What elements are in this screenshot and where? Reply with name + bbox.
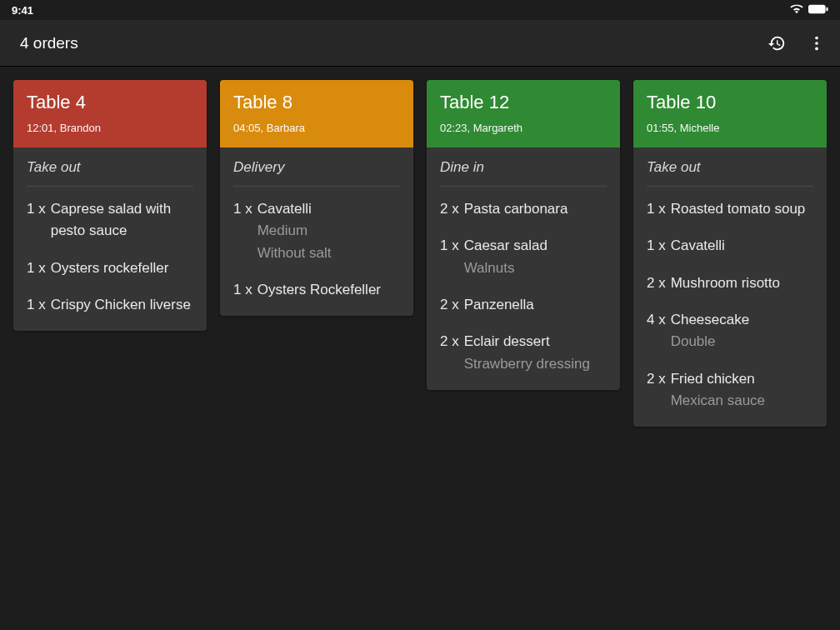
order-item: 1 xCavatelli (647, 235, 813, 257)
item-qty: 1 x (647, 198, 666, 220)
item-text: Panzenella (464, 294, 607, 316)
item-name: Caprese salad with pesto sauce (51, 198, 193, 242)
item-qty: 1 x (27, 198, 46, 242)
svg-point-2 (815, 36, 818, 39)
item-text: Fried chickenMexican sauce (671, 368, 813, 412)
order-card[interactable]: Table 412:01, BrandonTake out1 xCaprese … (13, 80, 207, 331)
order-card-header: Table 1202:23, Margareth (427, 80, 620, 148)
order-type: Take out (27, 159, 193, 187)
item-text: Oysters rockefeller (51, 258, 193, 279)
item-text: Cavatelli (671, 235, 813, 257)
status-bar: 9:41 (0, 0, 840, 20)
wifi-icon (790, 4, 803, 17)
page-title: 4 orders (20, 34, 78, 52)
item-name: Roasted tomato soup (671, 198, 813, 220)
item-text: CheesecakeDouble (671, 309, 813, 353)
item-modifier: Mexican sauce (671, 390, 813, 412)
item-name: Pasta carbonara (464, 198, 607, 220)
item-modifier: Without salt (258, 242, 400, 264)
svg-point-4 (815, 47, 818, 50)
item-name: Cavatelli (258, 198, 400, 220)
order-item: 2 xEclair dessertStrawberry dressing (440, 331, 607, 375)
item-name: Oysters Rockefeller (258, 279, 400, 301)
battery-icon (808, 4, 828, 17)
order-item: 2 xMushroom risotto (647, 272, 813, 294)
item-name: Crispy Chicken liverse (51, 294, 193, 316)
item-text: Pasta carbonara (464, 198, 607, 220)
order-item: 1 xCrispy Chicken liverse (27, 294, 193, 316)
order-card-body: Delivery1 xCavatelliMediumWithout salt1 … (220, 148, 413, 316)
order-item: 1 xCaesar saladWalnuts (440, 235, 607, 279)
table-name: Table 8 (233, 92, 400, 113)
item-modifier: Double (671, 331, 813, 352)
order-item: 4 xCheesecakeDouble (647, 309, 813, 353)
svg-rect-1 (826, 7, 828, 10)
order-type: Delivery (233, 159, 400, 187)
item-text: Oysters Rockefeller (258, 279, 400, 301)
order-item: 2 xFried chickenMexican sauce (647, 368, 813, 412)
svg-point-3 (815, 42, 818, 45)
item-qty: 2 x (440, 331, 459, 375)
item-qty: 2 x (647, 272, 666, 294)
item-name: Cheesecake (671, 309, 813, 331)
item-text: Roasted tomato soup (671, 198, 813, 220)
status-time: 9:41 (12, 4, 33, 17)
item-qty: 2 x (440, 198, 459, 220)
order-item: 2 xPanzenella (440, 294, 607, 316)
order-type: Take out (647, 159, 813, 187)
item-text: Caesar saladWalnuts (464, 235, 607, 279)
order-card-header: Table 1001:55, Michelle (633, 80, 827, 148)
more-button[interactable] (807, 33, 827, 53)
item-qty: 1 x (440, 235, 459, 279)
order-card[interactable]: Table 1202:23, MargarethDine in2 xPasta … (427, 80, 620, 390)
orders-board: Table 412:01, BrandonTake out1 xCaprese … (0, 67, 840, 440)
order-card-body: Take out1 xCaprese salad with pesto sauc… (13, 148, 207, 331)
item-qty: 1 x (647, 235, 666, 257)
order-item: 2 xPasta carbonara (440, 198, 607, 220)
order-item: 1 xCavatelliMediumWithout salt (233, 198, 400, 264)
item-name: Cavatelli (671, 235, 813, 257)
app-bar: 4 orders (0, 20, 840, 67)
item-text: CavatelliMediumWithout salt (258, 198, 400, 264)
item-text: Caprese salad with pesto sauce (51, 198, 193, 242)
item-name: Caesar salad (464, 235, 607, 257)
order-card[interactable]: Table 1001:55, MichelleTake out1 xRoaste… (633, 80, 827, 427)
time-server: 04:05, Barbara (233, 122, 400, 134)
item-qty: 1 x (233, 279, 252, 301)
order-card-body: Take out1 xRoasted tomato soup1 xCavatel… (633, 148, 827, 427)
order-item: 1 xCaprese salad with pesto sauce (27, 198, 193, 242)
order-item: 1 xRoasted tomato soup (647, 198, 813, 220)
item-text: Mushroom risotto (671, 272, 813, 294)
order-card-header: Table 804:05, Barbara (220, 80, 413, 148)
table-name: Table 12 (440, 92, 607, 113)
time-server: 12:01, Brandon (27, 122, 193, 134)
item-text: Crispy Chicken liverse (51, 294, 193, 316)
item-modifier: Strawberry dressing (464, 353, 607, 375)
order-item: 1 xOysters Rockefeller (233, 279, 400, 301)
item-qty: 1 x (27, 258, 46, 279)
order-card-body: Dine in2 xPasta carbonara1 xCaesar salad… (427, 148, 620, 390)
order-type: Dine in (440, 159, 607, 187)
item-qty: 4 x (647, 309, 666, 353)
item-qty: 2 x (440, 294, 459, 316)
order-card-header: Table 412:01, Brandon (13, 80, 207, 148)
history-button[interactable] (767, 33, 787, 53)
item-qty: 2 x (647, 368, 666, 412)
item-name: Panzenella (464, 294, 607, 316)
table-name: Table 4 (27, 92, 193, 113)
svg-rect-0 (808, 4, 826, 12)
time-server: 02:23, Margareth (440, 122, 607, 134)
item-modifier: Walnuts (464, 258, 607, 279)
time-server: 01:55, Michelle (647, 122, 813, 134)
item-name: Eclair dessert (464, 331, 607, 352)
item-name: Fried chicken (671, 368, 813, 390)
item-qty: 1 x (233, 198, 252, 264)
item-modifier: Medium (258, 220, 400, 242)
item-name: Mushroom risotto (671, 272, 813, 294)
item-name: Oysters rockefeller (51, 258, 193, 279)
table-name: Table 10 (647, 92, 813, 113)
order-card[interactable]: Table 804:05, BarbaraDelivery1 xCavatell… (220, 80, 413, 316)
item-text: Eclair dessertStrawberry dressing (464, 331, 607, 375)
order-item: 1 xOysters rockefeller (27, 258, 193, 279)
item-qty: 1 x (27, 294, 46, 316)
